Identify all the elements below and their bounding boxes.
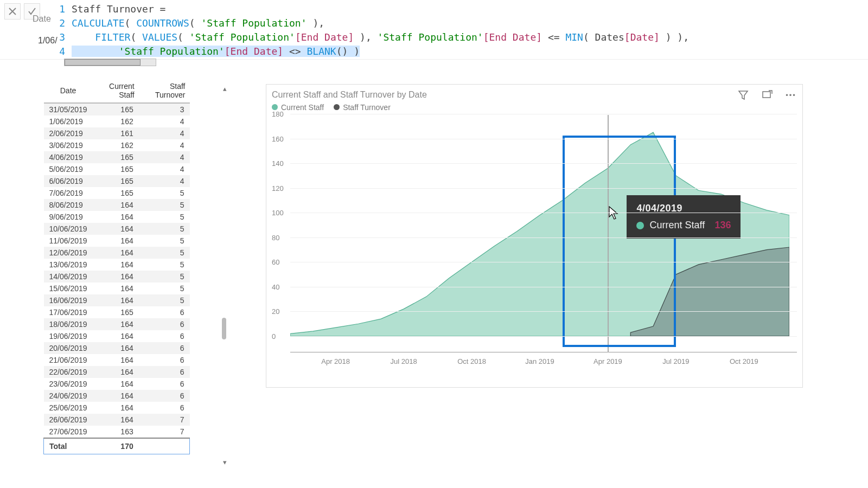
- table-row[interactable]: 15/06/20191645: [44, 282, 190, 294]
- svg-rect-0: [763, 92, 770, 98]
- y-axis-tick: 60: [272, 258, 279, 266]
- table-vscrollbar[interactable]: ▴ ▾: [220, 84, 229, 466]
- chart-legend: Current Staff Staff Turnover: [272, 103, 797, 112]
- table-row[interactable]: 24/06/20191646: [44, 390, 190, 402]
- area-chart-visual[interactable]: Current Staff and Staff Turnover by Date…: [266, 84, 803, 388]
- table-row[interactable]: 6/06/20191654: [44, 175, 190, 187]
- table-row[interactable]: 21/06/20191646: [44, 354, 190, 366]
- y-axis-tick: 100: [272, 209, 284, 217]
- table-row[interactable]: 2/06/20191614: [44, 127, 190, 139]
- table-row[interactable]: 11/06/20191645: [44, 235, 190, 247]
- table-row[interactable]: 10/06/20191645: [44, 223, 190, 235]
- chart-hover-guideline: [608, 115, 609, 352]
- table-row[interactable]: 27/06/20191637: [44, 426, 190, 438]
- table-row[interactable]: 8/06/20191645: [44, 199, 190, 211]
- table-row[interactable]: 1/06/20191624: [44, 115, 190, 127]
- table-row[interactable]: 25/06/20191646: [44, 402, 190, 414]
- y-axis-tick: 180: [272, 110, 284, 118]
- y-axis-tick: 40: [272, 282, 279, 291]
- total-value: 170: [93, 438, 139, 454]
- y-axis-tick: 80: [272, 233, 279, 241]
- table-row[interactable]: 17/06/20191656: [44, 306, 190, 318]
- filter-icon[interactable]: [737, 89, 749, 101]
- more-options-icon[interactable]: •••: [785, 89, 797, 101]
- y-axis-tick: 140: [272, 159, 284, 168]
- x-axis-tick: Jan 2019: [525, 357, 554, 365]
- x-axis-tick: Oct 2019: [730, 357, 758, 365]
- table-row[interactable]: 23/06/20191646: [44, 378, 190, 390]
- focus-mode-icon[interactable]: [761, 89, 773, 101]
- formula-hscrollbar[interactable]: [64, 59, 156, 66]
- data-table-visual[interactable]: DateCurrent StaffStaff Turnover 31/05/20…: [43, 79, 244, 488]
- scroll-down-icon[interactable]: ▾: [220, 458, 229, 466]
- table-row[interactable]: 14/06/20191645: [44, 271, 190, 282]
- chart-plot-area[interactable]: 4/04/2019 Current Staff 136 020406080100…: [290, 114, 797, 369]
- table-row[interactable]: 18/06/20191646: [44, 318, 190, 330]
- x-axis-tick: Jul 2018: [391, 357, 417, 365]
- chart-title: Current Staff and Staff Turnover by Date: [272, 90, 797, 100]
- legend-swatch-staff-turnover: [334, 104, 340, 110]
- table-row[interactable]: 20/06/20191646: [44, 342, 190, 354]
- tooltip-swatch-icon: [636, 222, 644, 229]
- x-axis-tick: Jul 2019: [662, 357, 689, 365]
- column-header[interactable]: Staff Turnover: [139, 79, 190, 103]
- table-row[interactable]: 16/06/20191645: [44, 294, 190, 306]
- table-row[interactable]: 22/06/20191646: [44, 366, 190, 378]
- y-axis-tick: 20: [272, 307, 279, 316]
- x-axis-tick: Apr 2019: [593, 357, 622, 365]
- table-row[interactable]: 5/06/20191654: [44, 163, 190, 175]
- formula-cancel-button[interactable]: [4, 3, 21, 20]
- scroll-up-icon[interactable]: ▴: [220, 84, 229, 93]
- table-row[interactable]: 9/06/20191645: [44, 211, 190, 223]
- column-header[interactable]: Current Staff: [93, 79, 139, 103]
- table-row[interactable]: 26/06/20191647: [44, 414, 190, 426]
- x-icon: [8, 7, 17, 16]
- y-axis-tick: 0: [272, 332, 276, 341]
- x-axis-tick: Oct 2018: [457, 357, 486, 365]
- chart-tooltip: 4/04/2019 Current Staff 136: [627, 195, 741, 239]
- formula-bar: Date 1/06/ 1Staff Turnover =2CALCULATE( …: [0, 0, 868, 60]
- y-axis-tick: 120: [272, 184, 284, 192]
- table-row[interactable]: 4/06/20191654: [44, 151, 190, 163]
- dax-formula-editor[interactable]: 1Staff Turnover =2CALCULATE( COUNTROWS( …: [54, 2, 689, 59]
- table-row[interactable]: 12/06/20191645: [44, 247, 190, 259]
- column-header[interactable]: Date: [44, 79, 93, 103]
- background-column-header: Date: [33, 14, 51, 24]
- table-row[interactable]: 19/06/20191646: [44, 330, 190, 342]
- legend-swatch-current-staff: [272, 104, 278, 110]
- y-axis-tick: 160: [272, 134, 284, 143]
- table-row[interactable]: 3/06/20191624: [44, 139, 190, 151]
- x-axis-tick: Apr 2018: [321, 357, 350, 365]
- table-row[interactable]: 13/06/20191645: [44, 259, 190, 271]
- total-label: Total: [44, 438, 93, 454]
- table-row[interactable]: 31/05/20191653: [44, 103, 190, 115]
- table-row[interactable]: 7/06/20191655: [44, 187, 190, 199]
